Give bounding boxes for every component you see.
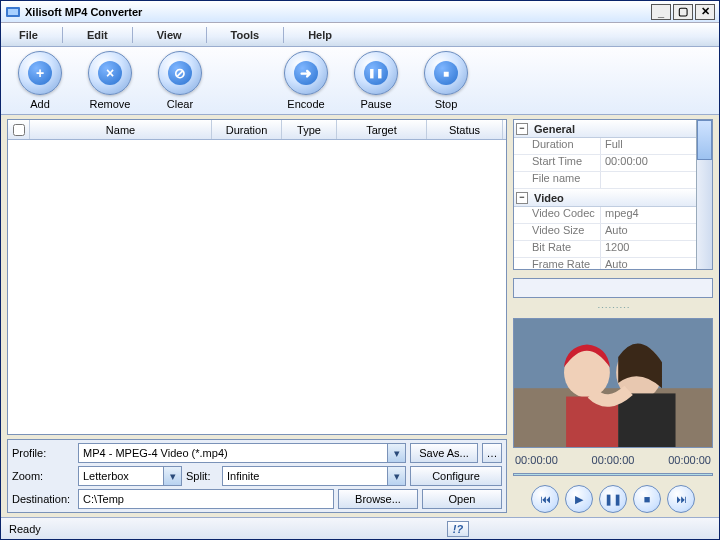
menubar: File Edit View Tools Help [1, 23, 719, 47]
encode-button[interactable]: ➜ [284, 51, 328, 95]
col-duration[interactable]: Duration [212, 120, 282, 139]
grid-header: Name Duration Type Target Status [8, 120, 506, 140]
property-row[interactable]: Video Codecmpeg4 [514, 207, 696, 224]
split-label: Split: [186, 470, 218, 482]
status-text: Ready [9, 523, 41, 535]
chevron-down-icon: ▾ [387, 444, 405, 462]
skip-back-button[interactable]: ⏮ [531, 485, 559, 513]
app-window: { "title": "Xilisoft MP4 Converter", "me… [0, 0, 720, 540]
splitter-grip[interactable]: ⋯⋯⋯ [513, 304, 713, 312]
browse-button[interactable]: Browse... [338, 489, 418, 509]
more-button[interactable]: … [482, 443, 502, 463]
menu-edit[interactable]: Edit [81, 27, 114, 43]
arrow-right-icon: ➜ [294, 61, 318, 85]
menu-view[interactable]: View [151, 27, 188, 43]
add-button[interactable]: + [18, 51, 62, 95]
skip-forward-button[interactable]: ⏭ [667, 485, 695, 513]
destination-input[interactable]: C:\Temp [78, 489, 334, 509]
stop-button[interactable]: ■ [424, 51, 468, 95]
pause-button[interactable]: ❚❚ [354, 51, 398, 95]
collapse-icon[interactable]: − [516, 192, 528, 204]
chevron-down-icon: ▾ [163, 467, 181, 485]
play-button[interactable]: ▶ [565, 485, 593, 513]
close-button[interactable]: ✕ [695, 4, 715, 20]
clear-icon: ⊘ [168, 61, 192, 85]
titlebar: Xilisoft MP4 Converter _ ▢ ✕ [1, 1, 719, 23]
stop-icon: ■ [434, 61, 458, 85]
select-all-checkbox[interactable] [13, 124, 25, 136]
configure-button[interactable]: Configure [410, 466, 502, 486]
window-title: Xilisoft MP4 Converter [25, 6, 649, 18]
toolbar: +Add ×Remove ⊘Clear ➜Encode ❚❚Pause ■Sto… [1, 47, 719, 115]
zoom-label: Zoom: [12, 470, 74, 482]
seek-slider[interactable] [513, 473, 713, 476]
timeline: 00:00:00 00:00:00 00:00:00 [513, 454, 713, 466]
svg-rect-7 [618, 393, 675, 447]
property-row[interactable]: Video SizeAuto [514, 224, 696, 241]
x-icon: × [98, 61, 122, 85]
menu-file[interactable]: File [13, 27, 44, 43]
split-select[interactable]: Infinite▾ [222, 466, 406, 486]
property-row[interactable]: Frame RateAuto [514, 258, 696, 269]
property-row[interactable]: Start Time00:00:00 [514, 155, 696, 172]
file-list[interactable]: Name Duration Type Target Status [7, 119, 507, 435]
toolbar-label: Stop [435, 98, 458, 110]
zoom-select[interactable]: Letterbox▾ [78, 466, 182, 486]
settings-panel: Profile: MP4 - MPEG-4 Video (*.mp4)▾ Sav… [7, 439, 507, 513]
property-group[interactable]: −Video [514, 189, 696, 207]
app-icon [5, 4, 21, 20]
property-row[interactable]: File name [514, 172, 696, 189]
property-row[interactable]: Bit Rate1200 [514, 241, 696, 258]
maximize-button[interactable]: ▢ [673, 4, 693, 20]
remove-button[interactable]: × [88, 51, 132, 95]
toolbar-label: Pause [360, 98, 391, 110]
open-button[interactable]: Open [422, 489, 502, 509]
menu-help[interactable]: Help [302, 27, 338, 43]
clear-button[interactable]: ⊘ [158, 51, 202, 95]
chevron-down-icon: ▾ [387, 467, 405, 485]
minimize-button[interactable]: _ [651, 4, 671, 20]
profile-select[interactable]: MP4 - MPEG-4 Video (*.mp4)▾ [78, 443, 406, 463]
toolbar-label: Remove [90, 98, 131, 110]
toolbar-label: Encode [287, 98, 324, 110]
col-type[interactable]: Type [282, 120, 337, 139]
playback-pause-button[interactable]: ❚❚ [599, 485, 627, 513]
plus-icon: + [28, 61, 52, 85]
help-button[interactable]: !? [447, 521, 469, 537]
config-area[interactable] [513, 278, 713, 298]
menu-tools[interactable]: Tools [225, 27, 266, 43]
playback-controls: ⏮ ▶ ❚❚ ■ ⏭ [513, 485, 713, 513]
property-group[interactable]: −General [514, 120, 696, 138]
grid-body[interactable] [8, 140, 506, 434]
status-bar: Ready !? [1, 517, 719, 539]
property-row[interactable]: DurationFull [514, 138, 696, 155]
profile-label: Profile: [12, 447, 74, 459]
playback-stop-button[interactable]: ■ [633, 485, 661, 513]
toolbar-label: Add [30, 98, 50, 110]
destination-label: Destination: [12, 493, 74, 505]
col-status[interactable]: Status [427, 120, 503, 139]
properties-panel: −GeneralDurationFullStart Time00:00:00Fi… [513, 119, 713, 270]
scrollbar-thumb[interactable] [697, 120, 712, 160]
collapse-icon[interactable]: − [516, 123, 528, 135]
col-name[interactable]: Name [30, 120, 212, 139]
pause-icon: ❚❚ [364, 61, 388, 85]
save-as-button[interactable]: Save As... [410, 443, 478, 463]
properties-scrollbar[interactable] [696, 120, 712, 269]
svg-rect-1 [8, 9, 18, 15]
video-preview[interactable] [513, 318, 713, 448]
col-target[interactable]: Target [337, 120, 427, 139]
toolbar-label: Clear [167, 98, 193, 110]
